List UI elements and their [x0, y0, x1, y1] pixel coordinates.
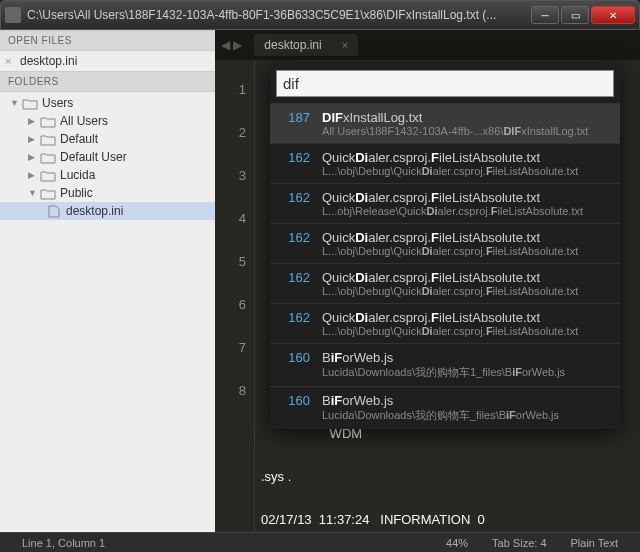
result-score: 162 [280, 190, 310, 217]
goto-result-item[interactable]: 162QuickDialer.csproj.FileListAbsolute.t… [270, 263, 620, 303]
goto-result-item[interactable]: 162QuickDialer.csproj.FileListAbsolute.t… [270, 223, 620, 263]
result-score: 160 [280, 393, 310, 423]
editor-pane: ◀ ▶ desktop.ini × 12345678 4B- WDM WDM .… [215, 30, 640, 532]
result-score: 162 [280, 230, 310, 257]
sidebar: OPEN FILES × desktop.ini FOLDERS ▼Users▶… [0, 30, 215, 532]
tree-label: Lucida [60, 168, 95, 182]
goto-result-item[interactable]: 162QuickDialer.csproj.FileListAbsolute.t… [270, 183, 620, 223]
minimize-button[interactable]: ─ [531, 6, 559, 24]
tree-label: Users [42, 96, 73, 110]
chevron-icon: ▶ [28, 116, 38, 126]
tab-label: desktop.ini [264, 38, 321, 52]
tab-bar: ◀ ▶ desktop.ini × [215, 30, 640, 60]
status-position[interactable]: Line 1, Column 1 [10, 537, 117, 549]
result-filename: QuickDialer.csproj.FileListAbsolute.txt [322, 150, 610, 165]
result-score: 160 [280, 350, 310, 380]
tree-label: Public [60, 186, 93, 200]
folder-icon [40, 115, 56, 128]
maximize-button[interactable]: ▭ [561, 6, 589, 24]
tree-label: desktop.ini [66, 204, 123, 218]
result-filename: BiForWeb.js [322, 393, 610, 408]
status-syntax[interactable]: Plain Text [559, 537, 631, 549]
goto-result-item[interactable]: 160BiForWeb.jsLucida\Downloads\我的购物车1_fi… [270, 343, 620, 386]
window-buttons: ─ ▭ ✕ [531, 6, 635, 24]
goto-result-item[interactable]: 162QuickDialer.csproj.FileListAbsolute.t… [270, 303, 620, 343]
goto-result-item[interactable]: 187DIFxInstallLog.txtAll Users\188F1432-… [270, 103, 620, 143]
open-file-item[interactable]: × desktop.ini [0, 51, 215, 71]
result-path: Lucida\Downloads\我的购物车_files\BiForWeb.js [322, 408, 610, 423]
goto-results: 187DIFxInstallLog.txtAll Users\188F1432-… [270, 103, 620, 429]
chevron-icon: ▼ [10, 98, 20, 108]
tree-label: Default User [60, 150, 127, 164]
result-filename: DIFxInstallLog.txt [322, 110, 610, 125]
window-title: C:\Users\All Users\188F1432-103A-4ffb-80… [27, 8, 531, 22]
folder-item[interactable]: ▼Public [0, 184, 215, 202]
close-button[interactable]: ✕ [591, 6, 635, 24]
status-tabsize[interactable]: Tab Size: 4 [480, 537, 558, 549]
result-filename: QuickDialer.csproj.FileListAbsolute.txt [322, 190, 610, 205]
goto-search-input[interactable]: dif [276, 70, 614, 97]
folder-item[interactable]: ▶Lucida [0, 166, 215, 184]
chevron-icon: ▶ [28, 152, 38, 162]
goto-result-item[interactable]: 160BiForWeb.jsLucida\Downloads\我的购物车_fil… [270, 386, 620, 429]
result-score: 187 [280, 110, 310, 137]
file-item[interactable]: desktop.ini [0, 202, 215, 220]
tab-active[interactable]: desktop.ini × [254, 34, 358, 56]
tab-close-icon[interactable]: × [342, 39, 348, 51]
goto-result-item[interactable]: 162QuickDialer.csproj.FileListAbsolute.t… [270, 143, 620, 183]
folder-item[interactable]: ▶All Users [0, 112, 215, 130]
folder-item[interactable]: ▼Users [0, 94, 215, 112]
folder-icon [40, 187, 56, 200]
result-score: 162 [280, 310, 310, 337]
status-zoom[interactable]: 44% [434, 537, 480, 549]
result-path: L...\obj\Debug\QuickDialer.csproj.FileLi… [322, 285, 610, 297]
folder-item[interactable]: ▶Default [0, 130, 215, 148]
result-path: All Users\188F1432-103A-4ffb-...x86\DIFx… [322, 125, 610, 137]
result-path: L...obj\Release\QuickDialer.csproj.FileL… [322, 205, 610, 217]
result-path: Lucida\Downloads\我的购物车1_files\BiForWeb.j… [322, 365, 610, 380]
goto-anything-overlay: dif 187DIFxInstallLog.txtAll Users\188F1… [270, 64, 620, 429]
status-bar: Line 1, Column 1 44% Tab Size: 4 Plain T… [0, 532, 640, 552]
result-filename: QuickDialer.csproj.FileListAbsolute.txt [322, 310, 610, 325]
line-gutter: 12345678 [215, 60, 255, 532]
chevron-icon: ▶ [28, 170, 38, 180]
app-icon [5, 7, 21, 23]
result-filename: QuickDialer.csproj.FileListAbsolute.txt [322, 270, 610, 285]
result-filename: BiForWeb.js [322, 350, 610, 365]
close-file-icon[interactable]: × [5, 55, 11, 67]
result-path: L...\obj\Debug\QuickDialer.csproj.FileLi… [322, 245, 610, 257]
folder-icon [40, 151, 56, 164]
folder-icon [22, 97, 38, 110]
nav-arrows[interactable]: ◀ ▶ [221, 38, 242, 52]
file-icon [46, 205, 62, 218]
chevron-icon: ▶ [28, 134, 38, 144]
folders-header: FOLDERS [0, 71, 215, 92]
result-path: L...\obj\Debug\QuickDialer.csproj.FileLi… [322, 325, 610, 337]
result-score: 162 [280, 150, 310, 177]
chevron-icon: ▼ [28, 188, 38, 198]
result-filename: QuickDialer.csproj.FileListAbsolute.txt [322, 230, 610, 245]
tree-label: All Users [60, 114, 108, 128]
result-path: L...\obj\Debug\QuickDialer.csproj.FileLi… [322, 165, 610, 177]
folder-tree: ▼Users▶All Users▶Default▶Default User▶Lu… [0, 92, 215, 532]
main-area: OPEN FILES × desktop.ini FOLDERS ▼Users▶… [0, 30, 640, 532]
tree-label: Default [60, 132, 98, 146]
titlebar[interactable]: C:\Users\All Users\188F1432-103A-4ffb-80… [0, 0, 640, 30]
result-score: 162 [280, 270, 310, 297]
open-files-header: OPEN FILES [0, 30, 215, 51]
open-file-name: desktop.ini [20, 54, 77, 68]
folder-icon [40, 133, 56, 146]
folder-item[interactable]: ▶Default User [0, 148, 215, 166]
folder-icon [40, 169, 56, 182]
